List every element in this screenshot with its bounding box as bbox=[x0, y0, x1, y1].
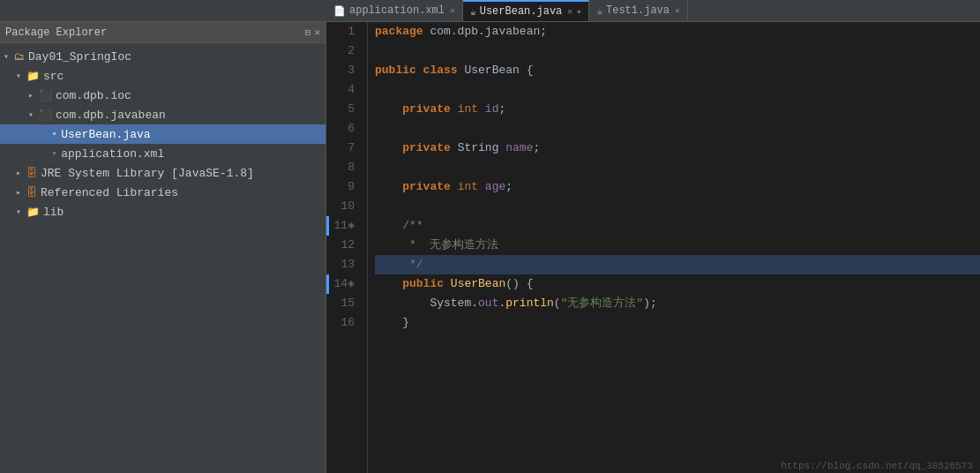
code-line-12: * 无参构造方法 bbox=[375, 236, 980, 255]
tab-label: Test1.java bbox=[606, 4, 670, 17]
expand-arrow: ▸ bbox=[28, 90, 39, 101]
xml-icon: 📄 bbox=[333, 5, 346, 17]
tab-application-xml[interactable]: 📄 application.xml ✕ bbox=[326, 0, 463, 21]
line-num-15: 15 bbox=[331, 294, 360, 313]
gutter-marker-11 bbox=[326, 216, 329, 236]
library-icon: 🗄 bbox=[26, 186, 37, 199]
tree-item-com-dpb-javabean[interactable]: ▾ ⬛ com.dpb.javabean bbox=[0, 105, 325, 124]
xml-file-icon: ▪ bbox=[51, 147, 57, 160]
code-editor[interactable]: package com.dpb.javabean; public class U… bbox=[368, 22, 980, 473]
watermark: https://blog.csdn.net/qq_38526573 bbox=[781, 461, 973, 471]
editor-area: 1 2 3 4 5 6 7 8 9 10 11◈ 12 13 14◈ 15 16 bbox=[326, 22, 980, 473]
tree-item-application-xml[interactable]: ▪ application.xml bbox=[0, 144, 325, 163]
package-icon: ⬛ bbox=[39, 109, 52, 122]
tree-item-lib[interactable]: ▾ 📁 lib bbox=[0, 202, 325, 221]
line-num-5: 5 bbox=[331, 100, 360, 119]
tree-item-userbean[interactable]: ▪ UserBean.java bbox=[0, 124, 325, 144]
java-icon: ☕ bbox=[596, 5, 602, 17]
code-line-14: public UserBean() { bbox=[375, 274, 980, 294]
project-icon: 🗂 bbox=[14, 50, 25, 64]
line-num-16: 16 bbox=[331, 313, 360, 333]
tab-close-icon[interactable]: ✕ bbox=[450, 5, 455, 16]
tree-label: UserBean.java bbox=[61, 128, 150, 141]
tab-close-icon[interactable]: ✕ bbox=[675, 5, 680, 16]
code-line-9: private int age; bbox=[375, 177, 980, 197]
package-icon: ⬛ bbox=[39, 89, 52, 102]
tree-label: lib bbox=[43, 206, 64, 219]
code-line-3: public class UserBean { bbox=[375, 61, 980, 80]
tree-item-referenced-libraries[interactable]: ▸ 🗄 Referenced Libraries bbox=[0, 183, 325, 202]
collapse-icon[interactable]: ⊟ bbox=[305, 26, 311, 38]
sidebar: Package Explorer ⊟ ✕ ▾ 🗂 Day01_SpringIoc… bbox=[0, 22, 326, 473]
line-num-3: 3 bbox=[331, 61, 360, 80]
code-line-2 bbox=[375, 41, 980, 61]
tab-marker: ✦ bbox=[576, 6, 581, 17]
expand-arrow: ▾ bbox=[16, 206, 26, 217]
expand-arrow: ▾ bbox=[16, 71, 26, 81]
code-line-6 bbox=[375, 119, 980, 139]
code-line-1: package com.dpb.javabean; bbox=[375, 22, 980, 41]
library-icon: 🗄 bbox=[26, 167, 37, 180]
tab-close-icon[interactable]: ✕ bbox=[567, 6, 572, 17]
line-num-10: 10 bbox=[331, 197, 360, 216]
code-line-8 bbox=[375, 158, 980, 177]
tree-label: src bbox=[43, 70, 64, 83]
tree-item-com-dpb-ioc[interactable]: ▸ ⬛ com.dpb.ioc bbox=[0, 86, 325, 105]
tab-label: application.xml bbox=[349, 4, 445, 17]
folder-icon: 📁 bbox=[26, 70, 40, 83]
code-container: 1 2 3 4 5 6 7 8 9 10 11◈ 12 13 14◈ 15 16 bbox=[326, 22, 980, 473]
sidebar-icons: ⊟ ✕ bbox=[305, 26, 320, 38]
folder-icon: 📁 bbox=[26, 206, 40, 219]
code-line-5: private int id; bbox=[375, 100, 980, 119]
line-num-8: 8 bbox=[331, 158, 360, 177]
tree-item-jre[interactable]: ▸ 🗄 JRE System Library [JavaSE-1.8] bbox=[0, 163, 325, 183]
tree-item-day01[interactable]: ▾ 🗂 Day01_SpringIoc bbox=[0, 47, 325, 66]
tree-label: com.dpb.javabean bbox=[56, 109, 166, 122]
expand-arrow: ▾ bbox=[28, 109, 39, 120]
code-line-15: System.out.println("无参构造方法"); bbox=[375, 294, 980, 313]
file-tree: ▾ 🗂 Day01_SpringIoc ▾ 📁 src ▸ ⬛ com.dpb.… bbox=[0, 43, 325, 473]
tree-label: Referenced Libraries bbox=[41, 186, 178, 199]
tab-bar: 📄 application.xml ✕ ☕ UserBean.java ✕ ✦ … bbox=[0, 0, 980, 22]
tree-label: com.dpb.ioc bbox=[56, 89, 131, 102]
line-num-14: 14◈ bbox=[331, 274, 360, 294]
tree-label: application.xml bbox=[61, 147, 164, 161]
line-num-9: 9 bbox=[331, 177, 360, 197]
line-num-11: 11◈ bbox=[331, 216, 360, 236]
main-layout: Package Explorer ⊟ ✕ ▾ 🗂 Day01_SpringIoc… bbox=[0, 22, 980, 473]
expand-arrow: ▾ bbox=[4, 51, 14, 62]
line-numbers: 1 2 3 4 5 6 7 8 9 10 11◈ 12 13 14◈ 15 16 bbox=[331, 22, 368, 473]
java-file-icon: ▪ bbox=[51, 128, 57, 140]
line-num-4: 4 bbox=[331, 80, 360, 100]
close-icon[interactable]: ✕ bbox=[314, 26, 320, 38]
line-num-13: 13 bbox=[331, 255, 360, 274]
tree-label: JRE System Library [JavaSE-1.8] bbox=[41, 167, 254, 180]
sidebar-title: Package Explorer bbox=[5, 26, 305, 39]
tree-item-src[interactable]: ▾ 📁 src bbox=[0, 66, 325, 86]
line-num-7: 7 bbox=[331, 139, 360, 158]
sidebar-header: Package Explorer ⊟ ✕ bbox=[0, 22, 325, 43]
tab-test1-java[interactable]: ☕ Test1.java ✕ bbox=[589, 0, 688, 21]
code-line-10 bbox=[375, 197, 980, 216]
line-num-12: 12 bbox=[331, 236, 360, 255]
code-line-16: } bbox=[375, 313, 980, 333]
tab-userbean-java[interactable]: ☕ UserBean.java ✕ ✦ bbox=[463, 0, 589, 21]
tree-label: Day01_SpringIoc bbox=[28, 50, 131, 64]
line-num-2: 2 bbox=[331, 41, 360, 61]
expand-arrow: ▸ bbox=[16, 187, 26, 198]
tab-label: UserBean.java bbox=[480, 5, 563, 18]
line-num-6: 6 bbox=[331, 119, 360, 139]
expand-arrow: ▸ bbox=[16, 168, 26, 178]
gutter-marker-14 bbox=[326, 274, 329, 294]
code-line-4 bbox=[375, 80, 980, 100]
code-line-7: private String name; bbox=[375, 139, 980, 158]
code-line-13: */ bbox=[375, 255, 980, 274]
line-num-1: 1 bbox=[331, 22, 360, 41]
java-icon: ☕ bbox=[470, 6, 476, 18]
code-line-11: /** bbox=[375, 216, 980, 236]
